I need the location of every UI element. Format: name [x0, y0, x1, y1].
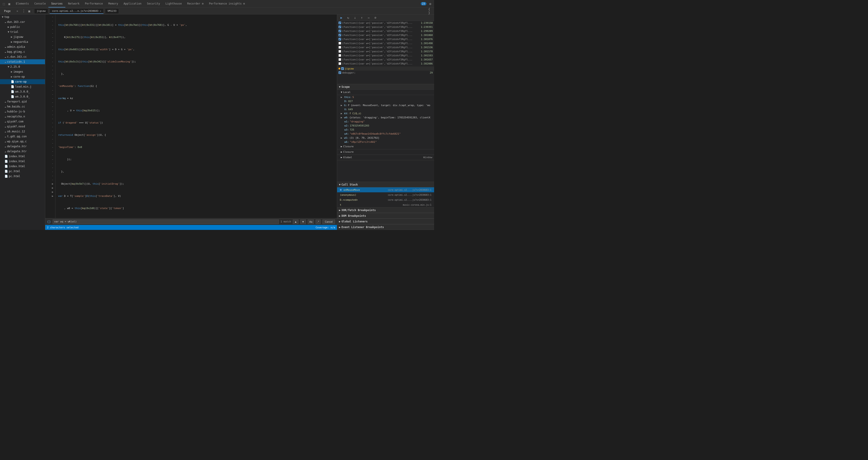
bp-checkbox[interactable] [338, 58, 341, 61]
issue-badge[interactable]: 23 [421, 2, 427, 5]
sidebar-item-fereport[interactable]: ☁ fereport.qid [0, 99, 45, 104]
sidebar-item-coreop1[interactable]: ▶ core-op [0, 74, 45, 79]
expand-icon[interactable]: ▶ [341, 104, 342, 107]
sidebar-item-index2[interactable]: 📄 index.html [0, 159, 45, 164]
sidebar-item-qiyukfnosd[interactable]: ☁ qiyukf.nosd [0, 124, 45, 129]
sidebar-item-coreop2[interactable]: 📄 core-op [0, 79, 45, 84]
resume-btn[interactable]: ▶ [339, 15, 344, 20]
sidebar-item-pc1[interactable]: 📄 pc.html [0, 169, 45, 174]
scope-header[interactable]: ▼ Scope [337, 84, 434, 90]
prev-match-btn[interactable]: ▲ [293, 220, 299, 224]
step-btn[interactable]: → [366, 15, 371, 20]
sidebar-item-delegate2[interactable]: ☁ delegate.htr [0, 149, 45, 154]
case-sensitive-btn[interactable]: Aa [308, 220, 314, 224]
global-header[interactable]: ▶ Global Listeners [337, 219, 434, 224]
tab-lighthouse[interactable]: Lighthouse [163, 0, 185, 7]
closure-header[interactable]: ▶ Closure [337, 144, 434, 149]
inspect-icon[interactable]: ⬚ [2, 2, 6, 6]
closure-header2[interactable]: ▶ Closure [337, 149, 434, 155]
bp-checkbox[interactable] [338, 34, 341, 36]
local-header[interactable]: ▼ Local [337, 90, 434, 95]
call-stack-item-computed[interactable]: D.<computed> core-optimi.v2....js?v=2838… [337, 197, 434, 202]
format-icon[interactable]: { } [428, 9, 432, 13]
sidebar-item-loadmin[interactable]: 📄 load.min.j [0, 84, 45, 89]
sidebar-item-admin[interactable]: ☁ admin.qidia [0, 45, 45, 49]
sidebar-item-s6music[interactable]: ☁ s6.music.12 [0, 129, 45, 134]
bp-checkbox[interactable] [338, 62, 341, 65]
tab-network[interactable]: Network [65, 0, 82, 7]
expand-icon[interactable]: ▶ [341, 137, 342, 139]
sidebar-item-index1[interactable]: 📄 index.html [0, 154, 45, 159]
file-tab-vm1233[interactable]: VM1233 [105, 8, 119, 14]
tab-recorder[interactable]: Recorder ⚙ [185, 0, 206, 7]
global-header[interactable]: ▶ Global Window [337, 155, 434, 160]
code-editor[interactable]: this[kt(0x768)][kt(0x331)][kt(0x101)] = … [55, 15, 337, 218]
sidebar-item-pc2[interactable]: 📄 pc.html [0, 174, 45, 179]
more-tabs-btn[interactable]: » [14, 8, 20, 14]
search-input[interactable] [53, 220, 279, 224]
step-into-btn[interactable]: ↓ [352, 15, 358, 20]
bp-checkbox-debugger[interactable] [338, 71, 341, 74]
sidebar-item-public[interactable]: ▶ public [0, 24, 45, 29]
tab-performance-insights[interactable]: Performance insights ⚙ [206, 0, 248, 7]
sidebar-item-qiyukf[interactable]: ☁ qiyukf.com [0, 119, 45, 124]
sidebar-item-225[interactable]: ▼ 2.25.0 [0, 64, 45, 69]
sidebar-item-jigsaw[interactable]: ▶ jigsaw [0, 34, 45, 39]
tab-sources[interactable]: Sources [49, 0, 65, 7]
sidebar-item-dun163[interactable]: ☁ dun.163.cor [0, 20, 45, 24]
bp-checkbox[interactable] [338, 30, 341, 32]
deactivate-breakpoints-btn[interactable]: ⊘ [373, 15, 378, 20]
file-tab-core-optimi[interactable]: core-optimi.v2...n.js?v=2838683 ✕ [50, 8, 103, 14]
regex-btn[interactable]: .* [316, 220, 320, 224]
sidebar-item-necaptcha[interactable]: ☁ necaptcha.n [0, 114, 45, 119]
dom-header[interactable]: ▶ DOM Breakpoints [337, 213, 434, 219]
event-header[interactable]: ▶ Event Listener Breakpoints [337, 225, 434, 230]
tab-memory[interactable]: Memory [105, 0, 121, 7]
sidebar-toggle-icon[interactable]: ▣ [27, 9, 31, 13]
call-stack-item-t[interactable]: t music-corona.min.js:1 [337, 202, 434, 207]
expand-icon[interactable]: ▶ [341, 96, 342, 99]
sidebar-item-cstatic[interactable]: ☁ cstaticdn.1 [0, 59, 45, 64]
step-over-btn[interactable]: ↻ [346, 15, 351, 20]
bp-checkbox[interactable] [338, 38, 341, 40]
file-tab-close-icon[interactable]: ✕ [100, 10, 101, 12]
sidebar-item-hmbaidu[interactable]: ☁ hm.baidu.cc [0, 104, 45, 109]
sidebar-item-tgdt[interactable]: ☁ t.gdt.qq.con [0, 134, 45, 139]
sidebar-item-trial[interactable]: ▼ trial [0, 29, 45, 34]
step-out-btn[interactable]: ↑ [359, 15, 364, 20]
call-stack-item-mousemove[interactable]: onMouseMove core-optimi.v2....js?v=28386… [337, 188, 434, 192]
file-tab-jigsaw[interactable]: jigsaw [34, 8, 48, 14]
settings-icon[interactable]: ⚙ [428, 2, 432, 6]
tab-elements[interactable]: Elements [13, 0, 32, 7]
sidebar-item-neguardia[interactable]: ▶ neguardia [0, 39, 45, 45]
sidebar-item-wm1[interactable]: 📄 wm.3.0.0_ [0, 89, 45, 94]
sidebar-item-hubble[interactable]: ☁ hubble-js-b [0, 109, 45, 114]
bp-checkbox[interactable] [338, 50, 341, 53]
page-tab[interactable]: Page [2, 8, 13, 14]
call-stack-header[interactable]: ▼ Call Stack [337, 182, 434, 188]
sidebar-item-index3[interactable]: 📄 index.html [0, 164, 45, 169]
tab-console[interactable]: Console [32, 0, 49, 7]
bp-checkbox-jigsaw[interactable] [341, 67, 344, 70]
xhr-header[interactable]: ▶ XHR/fetch Breakpoints [337, 207, 434, 213]
bp-checkbox[interactable] [338, 54, 341, 57]
cancel-search-btn[interactable]: Cancel [322, 220, 335, 224]
tab-security[interactable]: Security [144, 0, 163, 7]
sidebar-item-wpqiye[interactable]: ☁ wp.qiye.qq.c [0, 139, 45, 144]
sidebar-item-wm2[interactable]: 📄 wm.3.0.0_ [0, 94, 45, 99]
bp-checkbox[interactable] [338, 42, 341, 45]
sidebar-item-delegate1[interactable]: ☁ delegate.htr [0, 144, 45, 149]
expand-icon[interactable]: ▶ [341, 116, 342, 119]
sidebar-item-bqq[interactable]: ☁ bqq.gtimg.c [0, 49, 45, 54]
expand-icon[interactable]: ▶ [341, 112, 342, 115]
sidebar-item-top[interactable]: ▼ top [0, 15, 45, 20]
sidebar-item-cdun[interactable]: ☁ c.dun.163.cc [0, 54, 45, 59]
bp-checkbox[interactable] [338, 22, 341, 24]
call-stack-item-anon[interactable]: (anonymous) core-optimi.v2....js?v=28386… [337, 192, 434, 197]
bp-checkbox[interactable] [338, 46, 341, 49]
tab-application[interactable]: Application [121, 0, 144, 7]
sidebar-item-images[interactable]: ▶ images [0, 69, 45, 74]
device-icon[interactable]: ▣ [7, 2, 11, 6]
more-options-icon[interactable]: ⋮ [22, 9, 26, 13]
next-match-btn[interactable]: ▼ [300, 220, 306, 224]
